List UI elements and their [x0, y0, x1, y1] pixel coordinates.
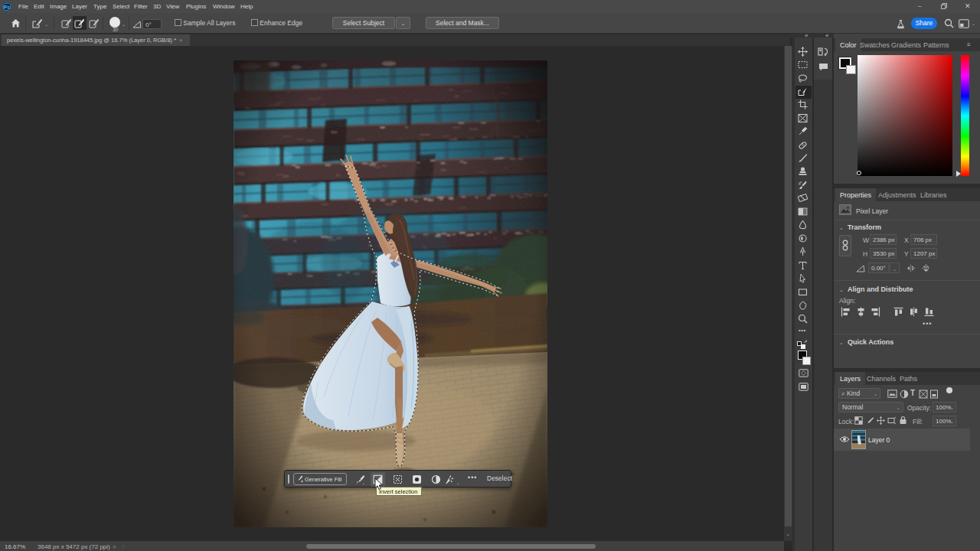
svg-text:Ps: Ps [4, 4, 10, 9]
